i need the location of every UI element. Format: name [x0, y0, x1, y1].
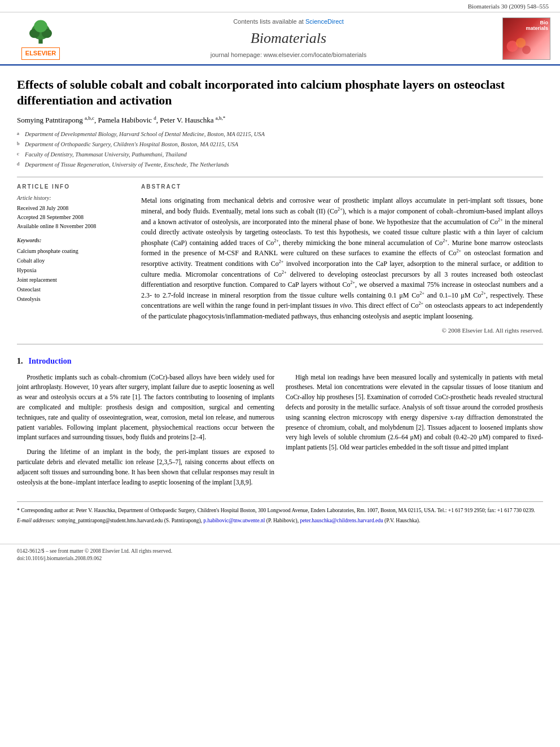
- article-info-heading: ARTICLE INFO: [17, 183, 130, 191]
- issn-line: 0142-9612/$ – see front matter © 2008 El…: [17, 548, 172, 554]
- footnote-area: * Corresponding author at: Peter V. Haus…: [17, 501, 543, 525]
- copyright-line: © 2008 Elsevier Ltd. All rights reserved…: [141, 326, 543, 335]
- intro-para-3: High metal ion readings have been measur…: [286, 373, 543, 453]
- keyword-5: Osteoclast: [17, 285, 130, 294]
- keywords-list: Calcium phosphate coating Cobalt alloy H…: [17, 246, 130, 304]
- keyword-2: Cobalt alloy: [17, 256, 130, 265]
- keyword-4: Joint replacement: [17, 275, 130, 285]
- intro-section-header: 1. Introduction: [17, 356, 543, 367]
- article-history: Article history: Received 28 July 2008 A…: [17, 194, 130, 231]
- divider-1: [17, 177, 543, 177]
- article-title: Effects of soluble cobalt and cobalt inc…: [17, 77, 543, 109]
- abstract-text: Metal ions originating from mechanical d…: [141, 195, 543, 321]
- divider-2: [17, 344, 543, 344]
- intro-title: Introduction: [29, 357, 72, 365]
- intro-col-1: Prosthetic implants such as cobalt–chrom…: [17, 373, 274, 492]
- abstract-heading: ABSTRACT: [141, 183, 543, 191]
- svg-point-7: [522, 45, 531, 54]
- affil-b: b Department of Orthopaedic Surgery, Chi…: [17, 140, 543, 149]
- affil-a: a Department of Developmental Biology, H…: [17, 130, 543, 139]
- bottom-bar: 0142-9612/$ – see front matter © 2008 El…: [0, 544, 560, 566]
- affil-c: c Faculty of Dentistry, Thammasat Univer…: [17, 150, 543, 159]
- elsevier-logo-section: ELSEVIER: [7, 17, 75, 59]
- doi-line: doi:10.1016/j.biomaterials.2008.09.062: [17, 556, 102, 561]
- elsevier-label: ELSEVIER: [21, 47, 60, 59]
- cover-thumbnail: Biomaterials: [502, 18, 550, 60]
- article-content: Effects of soluble cobalt and cobalt inc…: [0, 65, 560, 538]
- footnote-1: * Corresponding author at: Peter V. Haus…: [17, 506, 543, 514]
- authors-line: Somying Patntirapong a,b,c, Pamela Habib…: [17, 115, 543, 126]
- intro-col-2: High metal ion readings have been measur…: [286, 373, 543, 492]
- abstract-column: ABSTRACT Metal ions originating from mec…: [141, 183, 543, 335]
- intro-para-1: Prosthetic implants such as cobalt–chrom…: [17, 373, 274, 443]
- keyword-6: Osteolysis: [17, 294, 130, 304]
- page-wrapper: Biomaterials 30 (2009) 548–555 ELSEVIER …: [0, 0, 560, 566]
- intro-body: Prosthetic implants such as cobalt–chrom…: [17, 373, 543, 492]
- article-info-column: ARTICLE INFO Article history: Received 2…: [17, 183, 130, 335]
- cover-text: Biomaterials: [526, 20, 548, 32]
- keywords-section: Keywords: Calcium phosphate coating Coba…: [17, 237, 130, 304]
- history-label: Article history:: [17, 194, 130, 202]
- received-date: Received 28 July 2008 Accepted 28 Septem…: [17, 204, 130, 231]
- journal-header: ELSEVIER Contents lists available at Sci…: [0, 12, 560, 65]
- affil-d: d Department of Tissue Regeneration, Uni…: [17, 160, 543, 169]
- footnote-2: E-mail addresses: somying_patntirapong@s…: [17, 517, 543, 525]
- info-abstract-section: ARTICLE INFO Article history: Received 2…: [17, 183, 543, 335]
- journal-cover-image: Biomaterials: [502, 18, 553, 60]
- keyword-1: Calcium phosphate coating: [17, 246, 130, 256]
- citation-bar: Biomaterials 30 (2009) 548–555: [0, 0, 560, 12]
- sciencedirect-line: Contents lists available at ScienceDirec…: [75, 18, 502, 26]
- journal-title: Biomaterials: [75, 28, 502, 49]
- elsevier-tree-icon: [18, 17, 63, 45]
- keywords-label: Keywords:: [17, 237, 130, 244]
- journal-homepage: journal homepage: www.elsevier.com/locat…: [75, 51, 502, 59]
- affiliations: a Department of Developmental Biology, H…: [17, 130, 543, 169]
- cover-decoration: [505, 36, 533, 57]
- intro-para-2: During the lifetime of an implant in the…: [17, 447, 274, 487]
- svg-point-4: [34, 20, 47, 33]
- section-number: 1.: [17, 357, 23, 365]
- keyword-3: Hypoxia: [17, 265, 130, 275]
- journal-title-section: Contents lists available at ScienceDirec…: [75, 18, 502, 60]
- citation-text: Biomaterials 30 (2009) 548–555: [468, 3, 549, 10]
- sciencedirect-link[interactable]: ScienceDirect: [305, 18, 344, 25]
